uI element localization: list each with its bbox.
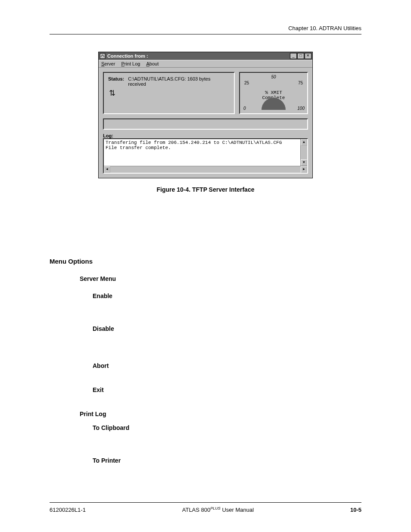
gauge-panel: 50 25 75 % XMITComplete 0 100 xyxy=(239,72,308,114)
heading-print-log: Print Log xyxy=(80,411,361,417)
log-line-2: File transfer complete. xyxy=(106,145,171,150)
item-enable: Enable xyxy=(93,292,361,299)
menubar: Server Print Log About xyxy=(99,60,312,68)
scroll-up-icon[interactable]: ▲ xyxy=(301,139,307,146)
spacer-panel xyxy=(103,118,308,130)
status-panel: Status: C:\ADTNUTIL\ATLAS.CFG: 1603 byte… xyxy=(103,72,235,114)
menu-about[interactable]: About xyxy=(146,61,159,66)
chapter-header: Chapter 10. ADTRAN Utilities xyxy=(50,25,361,31)
maximize-button[interactable]: □ xyxy=(297,53,304,59)
window-title: Connection from : xyxy=(107,53,290,59)
page-footer: 61200226L1-1 ATLAS 800PLUS User Manual 1… xyxy=(50,502,361,513)
scroll-left-icon[interactable]: ◄ xyxy=(104,166,110,173)
log-line-1: Transfering file from 206.154.240.214 to… xyxy=(106,140,282,145)
menu-server[interactable]: Server xyxy=(101,61,115,66)
minimize-button[interactable]: _ xyxy=(290,53,297,59)
vertical-scrollbar[interactable]: ▲ ▼ xyxy=(300,139,307,166)
app-icon xyxy=(100,53,106,59)
gauge-tick-50: 50 xyxy=(271,75,276,79)
gauge-tick-25: 25 xyxy=(244,81,249,85)
svg-rect-0 xyxy=(100,53,105,59)
figure-caption: Figure 10-4. TFTP Server Interface xyxy=(50,186,361,193)
close-button[interactable]: ✕ xyxy=(305,53,311,59)
tftp-window: Connection from : _ □ ✕ Server Print Log… xyxy=(98,52,313,178)
titlebar: Connection from : _ □ ✕ xyxy=(99,52,312,60)
log-textarea[interactable]: Transfering file from 206.154.240.214 to… xyxy=(103,138,308,174)
transfer-icon: ⇅ xyxy=(109,88,115,98)
heading-server-menu: Server Menu xyxy=(80,275,361,282)
footer-title: ATLAS 800PLUS User Manual xyxy=(182,506,254,513)
item-to-clipboard: To Clipboard xyxy=(93,424,361,431)
item-to-printer: To Printer xyxy=(93,457,361,464)
status-text: C:\ADTNUTIL\ATLAS.CFG: 1603 bytes receiv… xyxy=(128,76,214,87)
footer-doc-number: 61200226L1-1 xyxy=(50,507,86,513)
gauge-tick-0: 0 xyxy=(243,106,246,111)
horizontal-scrollbar[interactable]: ◄ ► xyxy=(104,166,307,173)
header-rule xyxy=(50,34,361,34)
scroll-down-icon[interactable]: ▼ xyxy=(301,159,307,166)
item-exit: Exit xyxy=(93,386,361,393)
scroll-right-icon[interactable]: ► xyxy=(301,166,307,173)
page-number: 10-5 xyxy=(350,507,361,513)
item-abort: Abort xyxy=(93,362,361,369)
log-label: Log: xyxy=(103,133,308,138)
gauge-tick-100: 100 xyxy=(297,106,305,111)
heading-menu-options: Menu Options xyxy=(50,258,361,265)
gauge-tick-75: 75 xyxy=(298,81,303,85)
item-disable: Disable xyxy=(93,325,361,332)
menu-print-log[interactable]: Print Log xyxy=(121,61,140,66)
status-label: Status: xyxy=(108,76,124,81)
